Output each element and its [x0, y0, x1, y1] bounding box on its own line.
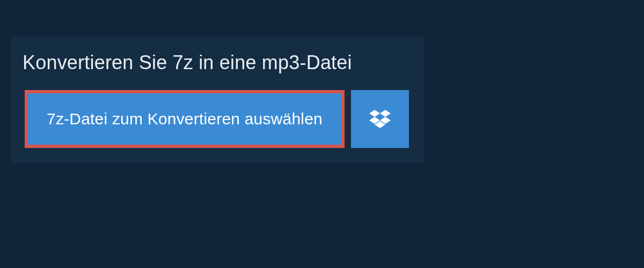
page-title: Konvertieren Sie 7z in eine mp3-Datei — [23, 51, 412, 74]
converter-panel: Konvertieren Sie 7z in eine mp3-Datei 7z… — [11, 36, 424, 163]
dropbox-button[interactable] — [351, 90, 409, 148]
button-row: 7z-Datei zum Konvertieren auswählen — [11, 90, 424, 148]
title-bar: Konvertieren Sie 7z in eine mp3-Datei — [11, 36, 424, 90]
dropbox-icon — [369, 108, 391, 130]
select-file-label: 7z-Datei zum Konvertieren auswählen — [47, 110, 323, 128]
select-file-button[interactable]: 7z-Datei zum Konvertieren auswählen — [25, 90, 345, 148]
